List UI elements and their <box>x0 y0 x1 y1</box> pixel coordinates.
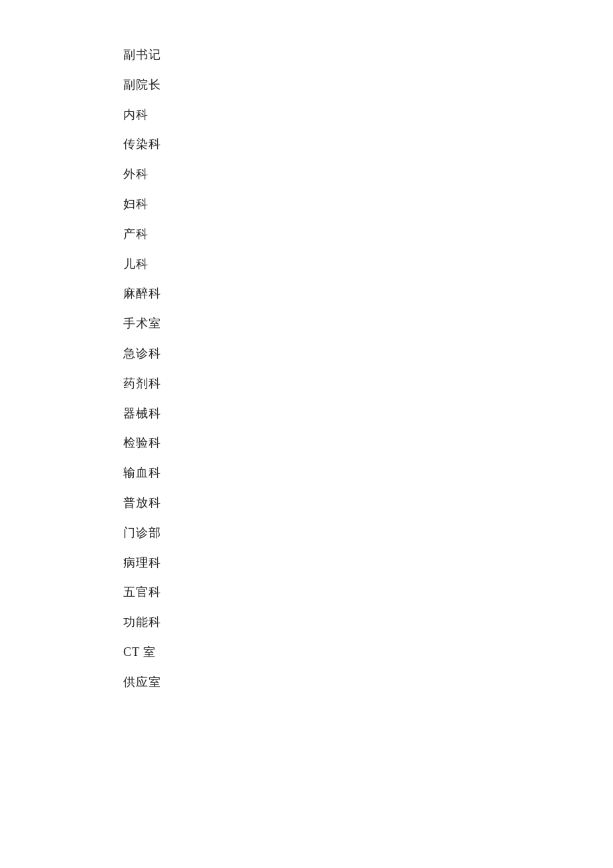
list-item: 供应室 <box>123 667 613 697</box>
list-item: 副院长 <box>123 70 613 100</box>
list-item: 功能科 <box>123 607 613 637</box>
list-item: 内科 <box>123 100 613 130</box>
list-item: 妇科 <box>123 189 613 219</box>
list-item: 门诊部 <box>123 518 613 548</box>
department-list: 副书记副院长内科传染科外科妇科产科儿科麻醉科手术室急诊科药剂科器械科检验科输血科… <box>0 0 613 737</box>
list-item: 急诊科 <box>123 339 613 369</box>
list-item: 输血科 <box>123 458 613 488</box>
list-item: 器械科 <box>123 399 613 429</box>
list-item: 手术室 <box>123 309 613 339</box>
list-item: 药剂科 <box>123 369 613 399</box>
list-item: 麻醉科 <box>123 279 613 309</box>
list-item: 检验科 <box>123 428 613 458</box>
list-item: 五官科 <box>123 577 613 607</box>
list-item: 副书记 <box>123 40 613 70</box>
list-item: 传染科 <box>123 129 613 159</box>
list-item: 儿科 <box>123 249 613 279</box>
list-item: 外科 <box>123 159 613 189</box>
list-item: CT 室 <box>123 637 613 667</box>
list-item: 产科 <box>123 219 613 249</box>
list-item: 普放科 <box>123 488 613 518</box>
list-item: 病理科 <box>123 548 613 578</box>
